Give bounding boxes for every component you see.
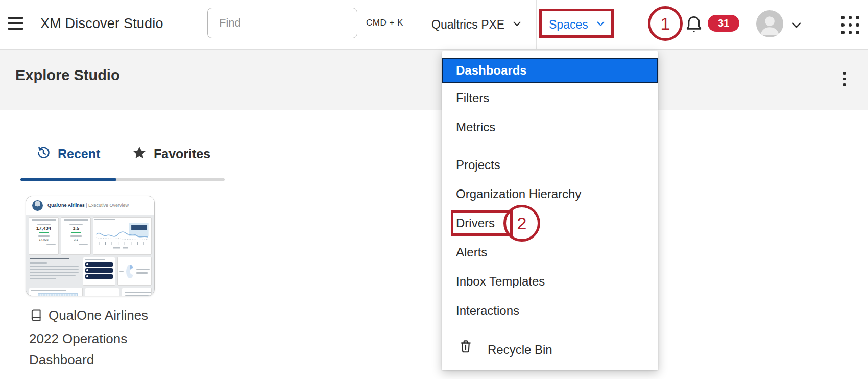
dashboard-card-thumbnail[interactable]: QualOne Airlines | Executive Overview 17… bbox=[26, 196, 155, 296]
page-title: Explore Studio bbox=[15, 67, 120, 84]
column-chart-tile bbox=[85, 288, 119, 296]
menu-item-filters[interactable]: Filters bbox=[442, 83, 658, 112]
spaces-dropdown-label: Spaces bbox=[549, 18, 588, 32]
user-avatar[interactable] bbox=[756, 10, 783, 37]
top-navigation-bar: XM Discover Studio CMD + K Qualtrics PXE… bbox=[0, 0, 868, 50]
trash-icon bbox=[458, 335, 473, 364]
menu-item-dashboards[interactable]: Dashboards bbox=[442, 58, 658, 83]
kpi-tile: 17,434 14,903 bbox=[29, 217, 59, 255]
header-divider bbox=[536, 0, 537, 49]
line-chart-tile bbox=[93, 217, 152, 255]
active-tab-underline bbox=[20, 178, 116, 181]
header-divider bbox=[415, 0, 415, 49]
header-divider bbox=[742, 0, 742, 49]
feedback-widget bbox=[122, 288, 152, 296]
chevron-down-icon bbox=[596, 19, 606, 31]
spaces-dropdown-menu: Dashboards Filters Metrics Projects Orga… bbox=[442, 51, 658, 370]
page-header-band: Explore Studio bbox=[0, 50, 868, 110]
history-icon bbox=[36, 145, 51, 162]
notifications-bell-icon[interactable] bbox=[684, 13, 704, 36]
menu-item-organization-hierarchy[interactable]: Organization Hierarchy bbox=[442, 179, 658, 208]
star-icon bbox=[132, 145, 147, 162]
airline-logo-icon bbox=[32, 200, 43, 211]
tab-recent-label: Recent bbox=[58, 147, 100, 161]
menu-item-recycle-bin-label: Recycle Bin bbox=[488, 335, 552, 364]
org-dropdown[interactable]: Qualtrics PXE bbox=[431, 0, 522, 49]
book-icon bbox=[29, 307, 43, 328]
pie-chart-tile bbox=[117, 257, 152, 286]
dashboard-card-title-text: QualOne Airlines 2022 Operations Dashboa… bbox=[29, 307, 148, 367]
notifications-count-badge[interactable]: 31 bbox=[708, 15, 739, 32]
org-dropdown-label: Qualtrics PXE bbox=[431, 18, 504, 32]
links-widget bbox=[83, 257, 115, 286]
find-search-box[interactable]: CMD + K bbox=[207, 8, 357, 38]
dashboard-card-title[interactable]: QualOne Airlines 2022 Operations Dashboa… bbox=[29, 305, 158, 370]
menu-item-interactions[interactable]: Interactions bbox=[442, 296, 658, 325]
header-divider bbox=[821, 0, 821, 49]
search-input[interactable] bbox=[208, 16, 366, 30]
menu-item-inbox-templates[interactable]: Inbox Templates bbox=[442, 267, 658, 296]
app-grid-icon[interactable] bbox=[841, 16, 859, 34]
menu-divider bbox=[442, 146, 658, 146]
bar-chart-tile bbox=[29, 288, 83, 296]
menu-item-alerts[interactable]: Alerts bbox=[442, 238, 658, 267]
tab-recent[interactable]: Recent bbox=[36, 145, 100, 162]
chevron-down-icon bbox=[512, 19, 522, 31]
menu-item-drivers[interactable]: Drivers bbox=[442, 208, 658, 238]
menu-divider bbox=[442, 329, 658, 329]
thumbnail-title: QualOne Airlines | Executive Overview bbox=[47, 203, 129, 208]
app-title: XM Discover Studio bbox=[40, 16, 163, 32]
tab-favorites-label: Favorites bbox=[154, 147, 210, 161]
hamburger-menu-icon[interactable] bbox=[8, 17, 23, 30]
menu-item-recycle-bin[interactable]: Recycle Bin bbox=[442, 334, 658, 365]
tab-underline-track bbox=[20, 178, 225, 181]
thumbnail-body: 17,434 14,903 3.5 3.1 bbox=[26, 215, 154, 296]
search-shortcut-hint: CMD + K bbox=[366, 18, 414, 28]
page-options-kebab-icon[interactable] bbox=[839, 72, 850, 92]
menu-item-metrics[interactable]: Metrics bbox=[442, 112, 658, 141]
thumbnail-header: QualOne Airlines | Executive Overview bbox=[26, 196, 154, 215]
avatar-chevron-down-icon[interactable] bbox=[791, 19, 802, 33]
spaces-dropdown-trigger[interactable]: Spaces bbox=[549, 0, 606, 49]
xm-discover-studio-app: XM Discover Studio CMD + K Qualtrics PXE… bbox=[0, 0, 868, 379]
text-widget bbox=[29, 257, 81, 286]
menu-item-projects[interactable]: Projects bbox=[442, 150, 658, 179]
tab-favorites[interactable]: Favorites bbox=[132, 145, 210, 162]
kpi-tile: 3.5 3.1 bbox=[61, 217, 91, 255]
